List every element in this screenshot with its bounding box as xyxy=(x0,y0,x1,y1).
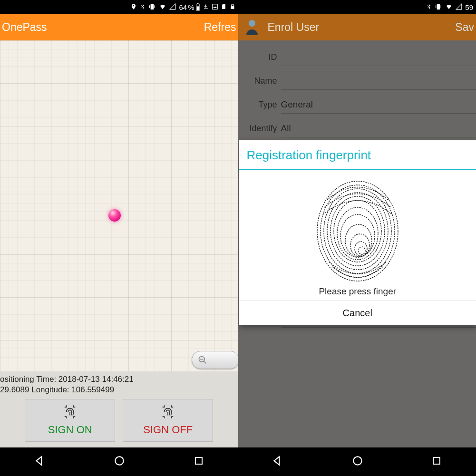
fingerprint-icon xyxy=(62,405,78,422)
nav-home-button[interactable] xyxy=(351,455,364,469)
battery-text: 59 xyxy=(465,3,473,11)
svg-rect-1 xyxy=(197,3,198,4)
svg-point-20 xyxy=(359,247,365,254)
svg-line-5 xyxy=(204,361,206,363)
identify-label: Identify xyxy=(238,124,281,134)
app-bar: OnePass Refres xyxy=(0,14,238,40)
svg-rect-22 xyxy=(433,457,440,464)
svg-point-7 xyxy=(116,457,124,465)
app-title: OnePass xyxy=(0,21,47,34)
row-name: Name xyxy=(238,69,476,93)
id-label: ID xyxy=(238,52,281,62)
row-identify: Identify All xyxy=(238,117,476,140)
sign-on-label: SIGN ON xyxy=(48,424,92,436)
fingerprint-dialog: Registration fingerprint xyxy=(239,140,476,325)
row-type: Type General xyxy=(238,93,476,117)
sd-icon xyxy=(221,3,227,11)
location-icon xyxy=(130,3,137,12)
bluetooth-icon xyxy=(426,3,432,12)
nav-bar xyxy=(238,447,476,476)
svg-point-12 xyxy=(327,193,388,270)
svg-point-21 xyxy=(353,457,361,465)
position-line1: ositioning Time: 2018-07-13 14:46:21 xyxy=(0,374,238,385)
image-icon xyxy=(212,3,218,11)
location-pin xyxy=(108,209,121,222)
svg-rect-8 xyxy=(195,457,202,464)
cancel-button[interactable]: Cancel xyxy=(239,301,476,325)
download-icon xyxy=(203,3,209,11)
position-line2: 29.6089 Longitude: 106.559499 xyxy=(0,385,238,395)
svg-rect-3 xyxy=(212,4,217,9)
type-label: Type xyxy=(238,100,281,110)
nav-back-button[interactable] xyxy=(34,455,46,469)
lock-icon xyxy=(230,3,235,11)
fingerprint-icon xyxy=(160,405,176,422)
map-area[interactable] xyxy=(0,40,238,371)
vibrate-icon xyxy=(435,3,442,12)
signal-icon xyxy=(169,3,176,11)
dialog-title: Registration fingerprint xyxy=(239,140,476,169)
button-row: SIGN ON SIGN OFF xyxy=(0,399,238,442)
status-bar: 59 xyxy=(238,0,476,14)
form-area: ID Name Type General Identify All Fing F… xyxy=(238,40,476,447)
battery-indicator: 64% xyxy=(179,3,200,11)
refresh-action[interactable]: Refres xyxy=(204,21,236,34)
svg-point-15 xyxy=(337,207,378,260)
app-bar: Enrol User Sav xyxy=(238,14,476,40)
save-action[interactable]: Sav xyxy=(455,21,474,34)
signal-icon xyxy=(456,3,462,11)
wifi-icon xyxy=(445,3,453,11)
nav-bar xyxy=(0,447,238,476)
identify-field[interactable]: All xyxy=(281,119,476,137)
sign-off-button[interactable]: SIGN OFF xyxy=(123,399,213,442)
phone-right: 59 Enrol User Sav ID Name Type Gen xyxy=(238,0,476,476)
avatar-icon xyxy=(242,18,262,38)
fingerprint-wrap: Please press finger xyxy=(239,170,476,301)
type-field[interactable]: General xyxy=(281,96,476,114)
bluetooth-icon xyxy=(140,3,146,12)
sign-on-button[interactable]: SIGN ON xyxy=(25,399,115,442)
battery-indicator: 59 xyxy=(465,3,473,11)
svg-point-19 xyxy=(355,242,367,256)
wifi-icon xyxy=(159,3,166,11)
nav-recent-button[interactable] xyxy=(193,455,204,468)
fingerprint-caption: Please press finger xyxy=(319,286,396,297)
svg-rect-2 xyxy=(196,6,199,10)
nav-back-button[interactable] xyxy=(272,455,284,469)
status-bar: 64% xyxy=(0,0,238,14)
bottom-panel: ositioning Time: 2018-07-13 14:46:21 29.… xyxy=(0,371,238,447)
position-info: ositioning Time: 2018-07-13 14:46:21 29.… xyxy=(0,374,238,399)
svg-point-13 xyxy=(330,196,385,266)
name-field[interactable] xyxy=(281,72,476,90)
battery-text: 64 xyxy=(179,3,187,11)
fingerprint-image xyxy=(310,175,405,284)
vibrate-icon xyxy=(148,3,156,12)
id-field[interactable] xyxy=(281,48,476,66)
app-title: Enrol User xyxy=(266,21,456,34)
nav-recent-button[interactable] xyxy=(431,455,442,468)
zoom-out-button[interactable] xyxy=(192,351,238,369)
name-label: Name xyxy=(238,76,281,86)
nav-home-button[interactable] xyxy=(113,455,126,469)
phone-left: 64% OnePass Refres ositio xyxy=(0,0,238,476)
sign-off-label: SIGN OFF xyxy=(143,424,193,436)
status-icons: 59 xyxy=(426,3,473,12)
row-id: ID xyxy=(238,45,476,69)
svg-point-10 xyxy=(321,185,395,277)
status-icons: 64% xyxy=(130,3,235,12)
